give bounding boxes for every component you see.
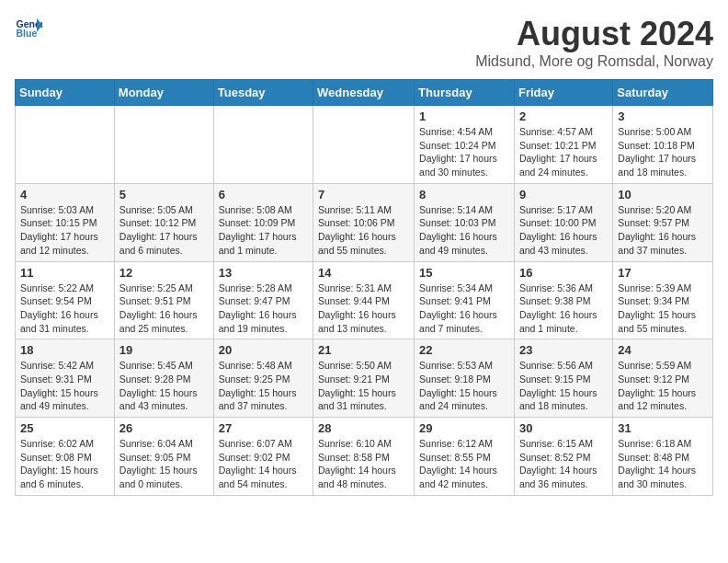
calendar-day-cell: 8Sunrise: 5:14 AM Sunset: 10:03 PM Dayli…: [415, 183, 515, 261]
calendar-day-cell: 20Sunrise: 5:48 AM Sunset: 9:25 PM Dayli…: [213, 339, 313, 418]
weekday-header: Sunday: [16, 80, 115, 106]
calendar-day-cell: 18Sunrise: 5:42 AM Sunset: 9:31 PM Dayli…: [16, 339, 115, 418]
calendar-day-cell: 28Sunrise: 6:10 AM Sunset: 8:58 PM Dayli…: [313, 418, 415, 496]
day-number: 27: [219, 421, 308, 435]
calendar-week-row: 11Sunrise: 5:22 AM Sunset: 9:54 PM Dayli…: [16, 261, 713, 339]
day-info: Sunrise: 4:54 AM Sunset: 10:24 PM Daylig…: [419, 125, 509, 179]
calendar-day-cell: 21Sunrise: 5:50 AM Sunset: 9:21 PM Dayli…: [313, 339, 415, 418]
calendar-day-cell: 23Sunrise: 5:56 AM Sunset: 9:15 PM Dayli…: [514, 339, 612, 418]
day-number: 19: [119, 343, 209, 357]
day-number: 24: [618, 343, 708, 357]
calendar-day-cell: 10Sunrise: 5:20 AM Sunset: 9:57 PM Dayli…: [613, 183, 713, 261]
day-info: Sunrise: 5:56 AM Sunset: 9:15 PM Dayligh…: [519, 359, 608, 413]
day-number: 14: [318, 266, 409, 280]
weekday-header: Wednesday: [313, 80, 415, 106]
day-number: 10: [618, 188, 708, 201]
day-info: Sunrise: 6:02 AM Sunset: 9:08 PM Dayligh…: [20, 437, 109, 491]
day-info: Sunrise: 5:36 AM Sunset: 9:38 PM Dayligh…: [519, 282, 608, 336]
logo: General Blue: [15, 15, 42, 42]
weekday-header: Tuesday: [213, 80, 313, 106]
weekday-header: Thursday: [415, 80, 515, 106]
day-number: 3: [618, 109, 708, 123]
calendar-day-cell: 24Sunrise: 5:59 AM Sunset: 9:12 PM Dayli…: [613, 339, 713, 418]
day-info: Sunrise: 5:00 AM Sunset: 10:18 PM Daylig…: [618, 125, 708, 179]
day-info: Sunrise: 4:57 AM Sunset: 10:21 PM Daylig…: [519, 125, 608, 179]
day-number: 17: [618, 266, 708, 280]
day-info: Sunrise: 5:11 AM Sunset: 10:06 PM Daylig…: [318, 203, 409, 258]
day-number: 2: [519, 109, 608, 123]
day-info: Sunrise: 6:07 AM Sunset: 9:02 PM Dayligh…: [219, 437, 308, 491]
day-info: Sunrise: 5:20 AM Sunset: 9:57 PM Dayligh…: [618, 203, 708, 258]
calendar-day-cell: 13Sunrise: 5:28 AM Sunset: 9:47 PM Dayli…: [213, 261, 313, 339]
calendar-week-row: 25Sunrise: 6:02 AM Sunset: 9:08 PM Dayli…: [16, 418, 713, 496]
calendar-day-cell: 9Sunrise: 5:17 AM Sunset: 10:00 PM Dayli…: [514, 183, 612, 261]
day-info: Sunrise: 5:45 AM Sunset: 9:28 PM Dayligh…: [119, 359, 209, 413]
day-number: 30: [519, 421, 608, 435]
day-info: Sunrise: 6:10 AM Sunset: 8:58 PM Dayligh…: [318, 437, 409, 491]
calendar-day-cell: 17Sunrise: 5:39 AM Sunset: 9:34 PM Dayli…: [613, 261, 713, 339]
calendar-day-cell: [213, 106, 313, 184]
day-info: Sunrise: 6:18 AM Sunset: 8:48 PM Dayligh…: [618, 437, 708, 491]
day-info: Sunrise: 5:17 AM Sunset: 10:00 PM Daylig…: [519, 203, 608, 258]
day-info: Sunrise: 5:34 AM Sunset: 9:41 PM Dayligh…: [419, 282, 509, 336]
calendar-day-cell: 25Sunrise: 6:02 AM Sunset: 9:08 PM Dayli…: [16, 418, 115, 496]
day-number: 18: [20, 343, 109, 357]
day-number: 9: [519, 188, 608, 201]
calendar-day-cell: 19Sunrise: 5:45 AM Sunset: 9:28 PM Dayli…: [114, 339, 213, 418]
day-info: Sunrise: 5:59 AM Sunset: 9:12 PM Dayligh…: [618, 359, 708, 413]
day-info: Sunrise: 5:48 AM Sunset: 9:25 PM Dayligh…: [219, 359, 308, 413]
day-number: 13: [219, 266, 308, 280]
day-info: Sunrise: 5:05 AM Sunset: 10:12 PM Daylig…: [119, 203, 209, 258]
day-number: 20: [219, 343, 308, 357]
page-header: General Blue August 2024 Midsund, More o…: [15, 15, 713, 70]
day-number: 26: [119, 421, 209, 435]
day-info: Sunrise: 6:04 AM Sunset: 9:05 PM Dayligh…: [119, 437, 209, 491]
day-number: 29: [419, 421, 509, 435]
day-number: 31: [618, 421, 708, 435]
calendar-day-cell: 4Sunrise: 5:03 AM Sunset: 10:15 PM Dayli…: [16, 183, 115, 261]
calendar-day-cell: 15Sunrise: 5:34 AM Sunset: 9:41 PM Dayli…: [415, 261, 515, 339]
day-info: Sunrise: 5:08 AM Sunset: 10:09 PM Daylig…: [219, 203, 308, 258]
calendar-day-cell: 31Sunrise: 6:18 AM Sunset: 8:48 PM Dayli…: [613, 418, 713, 496]
day-info: Sunrise: 5:53 AM Sunset: 9:18 PM Dayligh…: [419, 359, 509, 413]
calendar-day-cell: [114, 106, 213, 184]
calendar-day-cell: 2Sunrise: 4:57 AM Sunset: 10:21 PM Dayli…: [514, 106, 612, 184]
calendar-week-row: 1Sunrise: 4:54 AM Sunset: 10:24 PM Dayli…: [16, 106, 713, 184]
calendar-day-cell: 1Sunrise: 4:54 AM Sunset: 10:24 PM Dayli…: [415, 106, 515, 184]
calendar-day-cell: 14Sunrise: 5:31 AM Sunset: 9:44 PM Dayli…: [313, 261, 415, 339]
calendar-day-cell: 16Sunrise: 5:36 AM Sunset: 9:38 PM Dayli…: [514, 261, 612, 339]
day-info: Sunrise: 5:42 AM Sunset: 9:31 PM Dayligh…: [20, 359, 109, 413]
calendar-week-row: 18Sunrise: 5:42 AM Sunset: 9:31 PM Dayli…: [16, 339, 713, 418]
weekday-header: Friday: [514, 80, 612, 106]
day-number: 6: [219, 188, 308, 201]
calendar-day-cell: 26Sunrise: 6:04 AM Sunset: 9:05 PM Dayli…: [114, 418, 213, 496]
day-number: 1: [419, 109, 509, 123]
svg-text:Blue: Blue: [17, 28, 38, 39]
day-info: Sunrise: 5:14 AM Sunset: 10:03 PM Daylig…: [419, 203, 509, 258]
day-number: 4: [20, 188, 109, 201]
calendar-day-cell: 27Sunrise: 6:07 AM Sunset: 9:02 PM Dayli…: [213, 418, 313, 496]
day-number: 7: [318, 188, 409, 201]
logo-icon: General Blue: [15, 15, 42, 42]
calendar-day-cell: [313, 106, 415, 184]
day-info: Sunrise: 5:25 AM Sunset: 9:51 PM Dayligh…: [119, 282, 209, 336]
weekday-header: Monday: [114, 80, 213, 106]
day-number: 25: [20, 421, 109, 435]
day-info: Sunrise: 5:22 AM Sunset: 9:54 PM Dayligh…: [20, 282, 109, 336]
day-number: 22: [419, 343, 509, 357]
day-info: Sunrise: 5:39 AM Sunset: 9:34 PM Dayligh…: [618, 282, 708, 336]
day-info: Sunrise: 5:28 AM Sunset: 9:47 PM Dayligh…: [219, 282, 308, 336]
day-info: Sunrise: 5:03 AM Sunset: 10:15 PM Daylig…: [20, 203, 109, 258]
day-info: Sunrise: 5:31 AM Sunset: 9:44 PM Dayligh…: [318, 282, 409, 336]
day-number: 16: [519, 266, 608, 280]
day-number: 15: [419, 266, 509, 280]
title-block: August 2024 Midsund, More og Romsdal, No…: [475, 15, 713, 70]
day-info: Sunrise: 6:12 AM Sunset: 8:55 PM Dayligh…: [419, 437, 509, 491]
calendar-day-cell: 12Sunrise: 5:25 AM Sunset: 9:51 PM Dayli…: [114, 261, 213, 339]
day-number: 8: [419, 188, 509, 201]
calendar-week-row: 4Sunrise: 5:03 AM Sunset: 10:15 PM Dayli…: [16, 183, 713, 261]
calendar-day-cell: 30Sunrise: 6:15 AM Sunset: 8:52 PM Dayli…: [514, 418, 612, 496]
day-number: 11: [20, 266, 109, 280]
calendar-day-cell: 5Sunrise: 5:05 AM Sunset: 10:12 PM Dayli…: [114, 183, 213, 261]
calendar-day-cell: 29Sunrise: 6:12 AM Sunset: 8:55 PM Dayli…: [415, 418, 515, 496]
